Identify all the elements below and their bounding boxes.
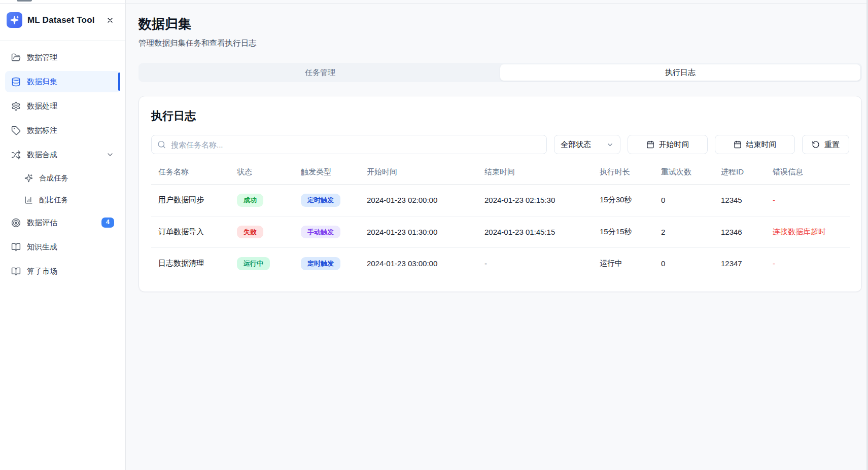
column-header: 错误信息	[766, 161, 850, 185]
database-icon	[11, 77, 21, 87]
trigger-type-badge: 定时触发	[301, 257, 340, 270]
nav-label: 数据合成	[27, 150, 57, 160]
table-row: 日志数据清理运行中定时触发2024-01-23 03:00:00-运行中0123…	[151, 248, 850, 279]
rotate-ccw-icon	[812, 140, 820, 149]
cell-retry-count: 0	[654, 248, 714, 279]
chevron-down-icon	[106, 151, 114, 159]
calendar-icon	[734, 140, 742, 149]
card-title: 执行日志	[151, 109, 849, 124]
sparkles-icon	[10, 15, 19, 25]
nav-label: 数据管理	[27, 53, 57, 62]
column-header: 进程ID	[714, 161, 766, 185]
sidebar-item-data-evaluation[interactable]: 数据评估 4	[5, 212, 120, 233]
sidebar-header: ML Dataset Tool	[0, 0, 125, 41]
cell-status: 失败	[230, 216, 294, 248]
main-content: 数据归集 管理数据归集任务和查看执行日志 任务管理 执行日志 执行日志 全部状态…	[126, 0, 868, 470]
nav-label: 数据处理	[27, 101, 57, 111]
cell-error-message: 连接数据库超时	[766, 216, 850, 248]
sidebar-item-synthesis-tasks[interactable]: 合成任务	[5, 168, 120, 188]
tab-execution-logs[interactable]: 执行日志	[500, 64, 860, 81]
reset-button[interactable]: 重置	[802, 135, 849, 154]
cell-retry-count: 0	[654, 185, 714, 216]
column-header: 结束时间	[477, 161, 593, 185]
nav-label: 数据标注	[27, 126, 57, 135]
tab-bar: 任务管理 执行日志	[138, 63, 862, 82]
end-time-button[interactable]: 结束时间	[715, 135, 795, 154]
gear-icon	[11, 101, 21, 111]
status-filter-select[interactable]: 全部状态	[554, 135, 620, 154]
column-header: 任务名称	[151, 161, 230, 185]
cell-status: 运行中	[230, 248, 294, 279]
status-filter-value: 全部状态	[561, 140, 591, 150]
sparkles-icon	[24, 174, 33, 183]
sidebar-item-data-collection[interactable]: 数据归集	[5, 71, 120, 92]
cell-task-name: 订单数据导入	[151, 216, 230, 248]
filters-row: 全部状态 开始时间 结束时间 重置	[151, 135, 849, 154]
cell-duration: 运行中	[593, 248, 654, 279]
sidebar-item-operator-market[interactable]: 算子市场	[5, 261, 120, 282]
table-header-row: 任务名称状态触发类型开始时间结束时间执行时长重试次数进程ID错误信息	[151, 161, 850, 185]
close-icon	[106, 16, 114, 24]
nav-label: 知识生成	[27, 242, 57, 252]
book-icon	[11, 267, 21, 276]
sidebar-item-data-annotation[interactable]: 数据标注	[5, 120, 120, 141]
chevron-down-icon	[606, 141, 614, 149]
column-header: 开始时间	[360, 161, 477, 185]
sidebar: ML Dataset Tool 数据管理 数据归集 数据处理 数据标注 数据合成	[0, 0, 126, 470]
sidebar-item-data-synthesis[interactable]: 数据合成	[5, 144, 120, 165]
cell-start-time: 2024-01-23 01:30:00	[360, 216, 477, 248]
cell-retry-count: 2	[654, 216, 714, 248]
cell-trigger-type: 手动触发	[294, 216, 360, 248]
cell-end-time: -	[477, 248, 593, 279]
page-subtitle: 管理数据归集任务和查看执行日志	[138, 38, 862, 49]
sidebar-item-data-management[interactable]: 数据管理	[5, 47, 120, 68]
page-title: 数据归集	[138, 15, 862, 33]
start-time-button[interactable]: 开始时间	[628, 135, 708, 154]
sidebar-item-ratio-tasks[interactable]: 配比任务	[5, 190, 120, 209]
shuffle-icon	[11, 150, 21, 160]
cell-process-id: 12345	[714, 185, 766, 216]
nav-label: 配比任务	[39, 195, 68, 205]
window-top-dash	[17, 0, 32, 2]
target-icon	[11, 218, 21, 228]
cell-trigger-type: 定时触发	[294, 248, 360, 279]
nav-label: 算子市场	[27, 267, 57, 276]
tab-task-management[interactable]: 任务管理	[140, 64, 500, 81]
cell-process-id: 12346	[714, 216, 766, 248]
bar-chart-icon	[24, 196, 33, 204]
cell-process-id: 12347	[714, 248, 766, 279]
cell-error-message: -	[766, 248, 850, 279]
app-title: ML Dataset Tool	[27, 15, 95, 25]
column-header: 执行时长	[593, 161, 654, 185]
cell-status: 成功	[230, 185, 294, 216]
end-time-label: 结束时间	[746, 140, 777, 150]
table-row: 订单数据导入失败手动触发2024-01-23 01:30:002024-01-2…	[151, 216, 850, 248]
cell-start-time: 2024-01-23 03:00:00	[360, 248, 477, 279]
nav-label: 数据归集	[27, 77, 57, 87]
nav-label: 数据评估	[27, 218, 57, 228]
nav-label: 合成任务	[39, 173, 68, 183]
status-badge: 运行中	[237, 257, 270, 270]
execution-logs-card: 执行日志 全部状态 开始时间 结束时间 重置	[138, 96, 862, 292]
cell-start-time: 2024-01-23 02:00:00	[360, 185, 477, 216]
evaluation-count-badge: 4	[101, 218, 114, 228]
cell-task-name: 用户数据同步	[151, 185, 230, 216]
search-icon	[157, 140, 166, 149]
status-badge: 失败	[237, 226, 263, 239]
logs-table: 任务名称状态触发类型开始时间结束时间执行时长重试次数进程ID错误信息 用户数据同…	[151, 161, 850, 279]
calendar-icon	[646, 140, 654, 149]
sidebar-item-knowledge-generation[interactable]: 知识生成	[5, 236, 120, 258]
folder-icon	[11, 53, 21, 62]
column-header: 状态	[230, 161, 294, 185]
sidebar-close-button[interactable]	[105, 15, 115, 25]
column-header: 重试次数	[654, 161, 714, 185]
cell-error-message: -	[766, 185, 850, 216]
cell-task-name: 日志数据清理	[151, 248, 230, 279]
book-icon	[11, 242, 21, 252]
start-time-label: 开始时间	[659, 140, 689, 150]
search-input[interactable]	[151, 135, 547, 154]
log-table-body: 用户数据同步成功定时触发2024-01-23 02:00:002024-01-2…	[151, 185, 850, 279]
window-top-line	[0, 3, 868, 4]
sidebar-nav: 数据管理 数据归集 数据处理 数据标注 数据合成 合成任务 配比任	[0, 41, 125, 291]
sidebar-item-data-processing[interactable]: 数据处理	[5, 95, 120, 117]
